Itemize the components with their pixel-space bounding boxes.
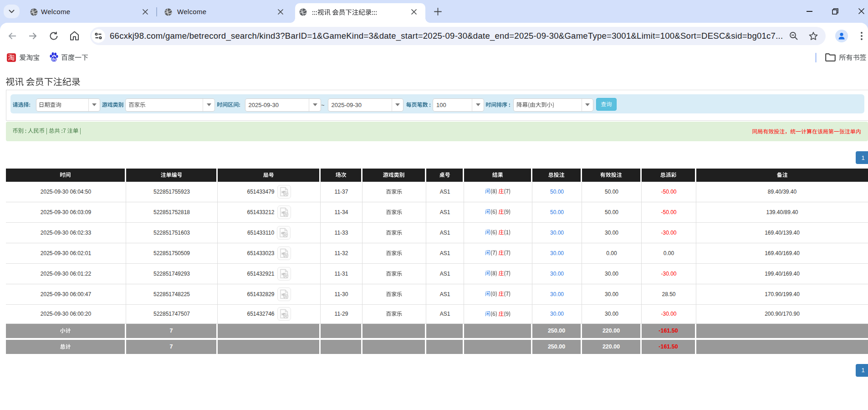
- svg-text:du: du: [52, 57, 56, 62]
